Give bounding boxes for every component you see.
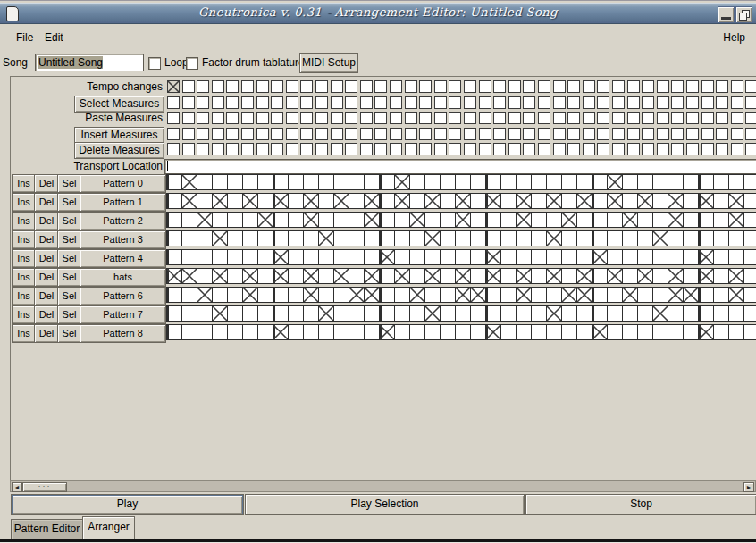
measure-checkbox[interactable] [745, 112, 756, 124]
scroll-left-icon[interactable]: ◄ [12, 482, 22, 492]
measure-checkbox[interactable] [167, 96, 180, 109]
song-name-input[interactable]: Untitled Song [35, 54, 144, 71]
measure-checkbox[interactable] [553, 128, 566, 140]
measure-checkbox[interactable] [583, 112, 595, 124]
measure-checkbox[interactable] [523, 128, 535, 140]
measure-checkbox[interactable] [315, 143, 328, 155]
measure-checkbox[interactable] [256, 96, 269, 109]
measure-checkbox[interactable] [538, 143, 550, 155]
measure-checkbox[interactable] [390, 143, 402, 155]
measure-checkbox[interactable] [731, 80, 743, 93]
measure-checkbox[interactable] [731, 128, 743, 140]
measure-checkbox[interactable] [657, 112, 669, 124]
measure-checkbox[interactable] [374, 112, 387, 124]
ins-button-hats[interactable]: Ins [12, 268, 36, 287]
measure-checkbox[interactable] [449, 128, 461, 140]
measure-checkbox[interactable] [627, 128, 640, 140]
measure-checkbox[interactable] [419, 80, 432, 93]
del-button-pattern-1[interactable]: Del [34, 193, 59, 212]
pattern-name-button[interactable]: Pattern 4 [80, 249, 166, 268]
measure-checkbox[interactable] [657, 80, 669, 93]
measure-checkbox[interactable] [434, 112, 447, 124]
measure-checkbox[interactable] [671, 80, 684, 93]
measure-checkbox[interactable] [553, 112, 566, 124]
ins-button-pattern-0[interactable]: Ins [12, 174, 36, 193]
measure-checkbox[interactable] [745, 143, 756, 155]
measure-checkbox[interactable] [434, 96, 447, 109]
pattern-name-button[interactable]: Pattern 1 [80, 193, 166, 212]
measure-checkbox[interactable] [686, 143, 699, 155]
measure-checkbox[interactable] [256, 112, 269, 124]
menu-help[interactable]: Help [718, 29, 751, 46]
measure-checkbox[interactable] [583, 96, 595, 109]
ins-button-pattern-4[interactable]: Ins [12, 249, 36, 268]
measure-checkbox[interactable] [745, 128, 756, 140]
measure-checkbox[interactable] [493, 128, 506, 140]
measure-checkbox[interactable] [226, 112, 239, 124]
measure-checkbox[interactable] [360, 143, 373, 155]
arrangement-grid-row[interactable] [166, 287, 756, 303]
measure-checkbox[interactable] [419, 96, 432, 109]
measure-checkbox[interactable] [464, 96, 476, 109]
measure-checkbox[interactable] [464, 80, 476, 93]
measure-checkbox[interactable] [731, 96, 743, 109]
midi-setup-button[interactable]: MIDI Setup [299, 53, 358, 73]
measure-checkbox[interactable] [241, 112, 254, 124]
scroll-right-icon[interactable]: ► [743, 482, 754, 492]
measure-checkbox[interactable] [345, 112, 357, 124]
del-button-pattern-3[interactable]: Del [34, 230, 59, 249]
measure-checkbox[interactable] [449, 112, 461, 124]
measure-checkbox[interactable] [553, 143, 566, 155]
measure-checkbox[interactable] [241, 143, 254, 155]
measure-checkbox[interactable] [642, 143, 654, 155]
sel-button-hats[interactable]: Sel [57, 268, 81, 287]
measure-checkbox[interactable] [745, 80, 756, 93]
measure-checkbox[interactable] [345, 128, 357, 140]
measure-checkbox[interactable] [627, 96, 640, 109]
measure-checkbox[interactable] [686, 128, 699, 140]
horizontal-scrollbar[interactable]: ◄ ··· ► [10, 480, 756, 492]
measure-checkbox[interactable] [597, 96, 609, 109]
measure-checkbox[interactable] [627, 80, 640, 93]
measure-checkbox[interactable] [271, 80, 283, 93]
measure-checkbox[interactable] [360, 112, 373, 124]
measure-checkbox[interactable] [464, 112, 476, 124]
measure-checkbox[interactable] [583, 80, 595, 93]
measure-checkbox[interactable] [212, 143, 224, 155]
measure-checkbox[interactable] [286, 112, 298, 124]
measure-checkbox[interactable] [567, 143, 580, 155]
measure-checkbox[interactable] [197, 128, 209, 140]
measure-checkbox[interactable] [479, 112, 491, 124]
measure-checkbox[interactable] [479, 80, 491, 93]
measure-checkbox[interactable] [241, 80, 254, 93]
measure-checkbox[interactable] [612, 143, 625, 155]
measure-checkbox[interactable] [315, 128, 328, 140]
measure-checkbox[interactable] [197, 143, 209, 155]
measure-checkbox[interactable] [331, 143, 343, 155]
sel-button-pattern-4[interactable]: Sel [57, 249, 81, 268]
measure-checkbox[interactable] [493, 143, 506, 155]
measure-checkbox[interactable] [508, 96, 521, 109]
measure-checkbox[interactable] [567, 128, 580, 140]
ins-button-pattern-1[interactable]: Ins [12, 193, 36, 212]
measure-checkbox[interactable] [374, 96, 387, 109]
measure-checkbox[interactable] [300, 112, 313, 124]
measure-checkbox[interactable] [331, 128, 343, 140]
measure-checkbox[interactable] [612, 80, 625, 93]
measure-checkbox[interactable] [226, 80, 239, 93]
measure-checkbox[interactable] [597, 112, 609, 124]
measure-checkbox[interactable] [716, 143, 728, 155]
sel-button-pattern-0[interactable]: Sel [57, 174, 81, 193]
ins-button-pattern-3[interactable]: Ins [12, 230, 36, 249]
measure-checkbox[interactable] [701, 143, 714, 155]
measure-checkbox[interactable] [286, 143, 298, 155]
factor-drum-tablature-checkbox[interactable] [186, 57, 198, 70]
measure-checkbox[interactable] [597, 80, 609, 93]
measure-checkbox[interactable] [197, 112, 209, 124]
measure-checkbox[interactable] [731, 112, 743, 124]
measure-checkbox[interactable] [449, 96, 461, 109]
measure-checkbox[interactable] [182, 143, 195, 155]
measure-checkbox[interactable] [449, 143, 461, 155]
measure-checkbox[interactable] [464, 143, 476, 155]
measure-checkbox[interactable] [464, 128, 476, 140]
